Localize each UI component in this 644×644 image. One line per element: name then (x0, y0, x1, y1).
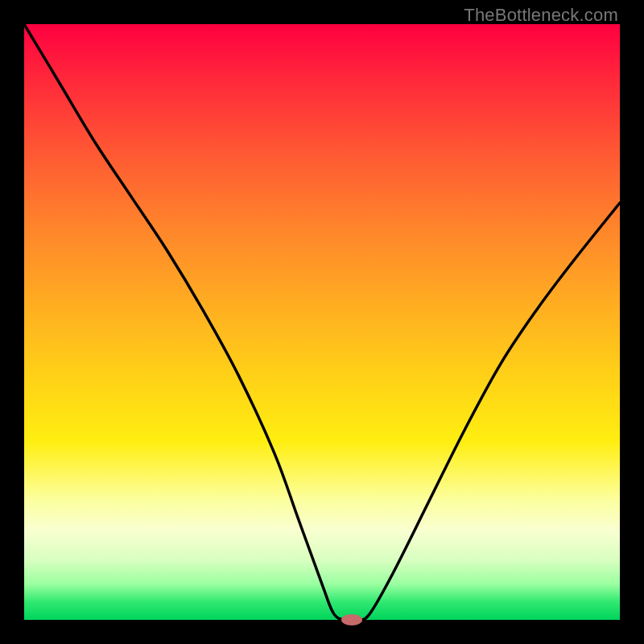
plot-area (24, 24, 620, 620)
bottleneck-curve-path (24, 24, 620, 620)
optimal-point-marker (341, 614, 362, 625)
watermark-text: TheBottleneck.com (464, 5, 618, 26)
chart-frame: TheBottleneck.com (0, 0, 644, 644)
curve-svg (24, 24, 620, 620)
